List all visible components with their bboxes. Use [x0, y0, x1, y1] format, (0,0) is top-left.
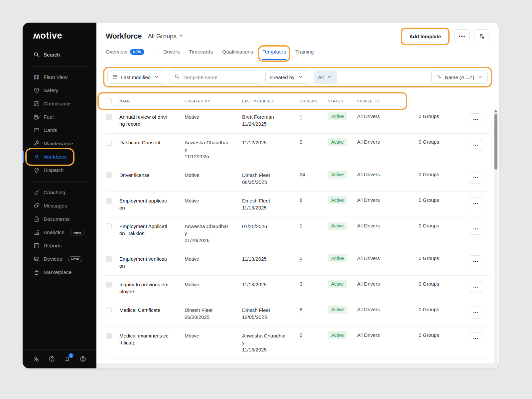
last-modified-filter[interactable]: Last modified: [107, 70, 164, 84]
vertical-scrollbar[interactable]: [494, 108, 498, 363]
row-more-options-button[interactable]: [469, 197, 482, 209]
sort-control[interactable]: Name (A→Z): [431, 70, 488, 84]
sidebar-item-documents[interactable]: Documents: [23, 212, 96, 226]
row-more-options-button[interactable]: [469, 307, 482, 319]
row-checkbox[interactable]: [106, 140, 112, 146]
sidebar-item-safety[interactable]: Safety: [23, 84, 96, 97]
group-selector-label: All Groups: [148, 33, 176, 40]
created-by-filter[interactable]: Created by: [265, 70, 308, 84]
device-icon: [33, 256, 40, 262]
sidebar-item-maintenance[interactable]: Maintenance: [23, 137, 96, 150]
user-gear-button[interactable]: [33, 355, 40, 362]
sidebar-item-workforce[interactable]: Workforce: [23, 150, 96, 164]
template-name[interactable]: Employment Application_Takkion: [119, 223, 169, 237]
row-checkbox[interactable]: [106, 307, 112, 313]
row-more-options-button[interactable]: [469, 139, 482, 151]
scroll-up-arrow[interactable]: [494, 110, 497, 112]
add-template-button[interactable]: Add template: [403, 30, 447, 43]
modified-date: 11/13/2025: [242, 255, 300, 262]
help-button[interactable]: [48, 355, 55, 362]
sidebar-item-label: Workforce: [44, 154, 67, 160]
modified-by: Anwesha Chaudhary: [242, 332, 287, 346]
drivers-count[interactable]: 1: [300, 223, 302, 229]
tab-drivers[interactable]: Drivers: [163, 49, 180, 60]
row-more-options-button[interactable]: [469, 281, 482, 293]
tab-training[interactable]: Training: [295, 49, 314, 60]
more-options-button[interactable]: [454, 29, 469, 43]
page-title: Workforce: [106, 32, 142, 41]
table-row: Annual review of driving recordMotiveBre…: [106, 108, 489, 134]
sidebar-item-search[interactable]: Search: [23, 48, 96, 62]
select-all-checkbox[interactable]: [106, 98, 112, 104]
drivers-count[interactable]: 0: [300, 139, 302, 145]
row-checkbox: [106, 114, 112, 120]
manage-users-button[interactable]: [474, 29, 489, 43]
modified-by: Dinesh Fleet: [242, 307, 287, 314]
drivers-count[interactable]: 8: [300, 197, 302, 203]
table-row: Medical examiner's certificateMotiveAnwe…: [106, 327, 489, 359]
template-name[interactable]: Annual review of driving record: [119, 113, 169, 127]
status-filter[interactable]: All: [314, 70, 337, 84]
modified-date: 11/13/2025: [242, 204, 300, 211]
filter-controls: Last modified Created by All: [107, 70, 337, 84]
sidebar-item-fleet-view[interactable]: Fleet View: [23, 70, 96, 84]
bell-button[interactable]: 1: [64, 355, 71, 362]
tab-overview[interactable]: OverviewNEW: [106, 49, 144, 60]
status-badge: Active: [328, 138, 347, 146]
sidebar-item-devices[interactable]: DevicesNEW: [23, 252, 96, 266]
template-name[interactable]: Employment application: [119, 197, 169, 211]
profile-button[interactable]: [79, 355, 86, 362]
drivers-count[interactable]: 1: [300, 113, 302, 120]
column-header-status[interactable]: STATUS: [328, 99, 357, 103]
drivers-count[interactable]: 8: [300, 307, 302, 313]
template-name[interactable]: Medical Certificate: [119, 307, 169, 314]
tab-templates[interactable]: Templates: [262, 49, 286, 60]
column-header-visible-to[interactable]: VISIBLE TO: [357, 99, 419, 103]
column-header-drivers[interactable]: DRIVERS: [300, 99, 328, 103]
created-by: Motive: [185, 113, 229, 120]
row-more-options-button[interactable]: [469, 332, 482, 344]
column-header-last-modified[interactable]: LAST MODIFIED: [242, 99, 300, 103]
column-header-created-by[interactable]: CREATED BY: [185, 99, 242, 103]
template-name[interactable]: Medical examiner's certificate: [119, 332, 169, 346]
visible-to: All Drivers: [357, 223, 419, 228]
tab-qualifications[interactable]: Qualifications: [222, 49, 253, 60]
row-more-options-button[interactable]: [469, 255, 482, 267]
status-badge: Active: [328, 171, 347, 179]
sidebar-item-marketplace[interactable]: Marketplace: [23, 266, 96, 279]
sidebar-item-compliance[interactable]: Compliance: [23, 97, 96, 110]
column-header-name[interactable]: NAME: [119, 99, 185, 103]
sidebar-item-coaching[interactable]: Coaching: [23, 186, 96, 199]
sidebar-item-cards[interactable]: Cards: [23, 124, 96, 137]
tab-timecards[interactable]: Timecards: [189, 49, 213, 60]
row-more-options-button[interactable]: [469, 113, 482, 125]
sidebar-item-dispatch[interactable]: Dispatch: [23, 164, 96, 177]
status-badge: Active: [328, 331, 347, 339]
drivers-count[interactable]: 0: [300, 332, 302, 338]
drivers-count[interactable]: 24: [300, 172, 305, 178]
template-name-search[interactable]: [170, 70, 260, 84]
template-name-input[interactable]: [183, 74, 255, 80]
sidebar-item-label: Analytics: [44, 229, 64, 235]
row-more-options-button[interactable]: [469, 172, 482, 184]
drivers-count[interactable]: 5: [300, 255, 302, 262]
horizontal-scrollbar[interactable]: [96, 363, 499, 368]
sidebar-item-reports[interactable]: Reports: [23, 239, 96, 252]
row-more-options-button[interactable]: [469, 223, 482, 235]
user-gear-icon: [33, 355, 40, 362]
sidebar-item-fuel[interactable]: Fuel: [23, 110, 96, 124]
sidebar-item-messages[interactable]: Messages: [23, 199, 96, 212]
group-selector[interactable]: All Groups: [148, 33, 184, 40]
template-name[interactable]: Driver license: [119, 172, 169, 179]
drivers-count[interactable]: 3: [300, 281, 302, 287]
page-header: Workforce All Groups Add template: [106, 29, 489, 44]
header-actions: Add template: [401, 28, 489, 45]
sidebar-item-analytics[interactable]: AnalyticsNEW: [23, 226, 96, 239]
template-name[interactable]: Employment verification: [119, 255, 169, 269]
status-filter-label: All: [318, 74, 324, 80]
ellipsis-icon: [475, 145, 476, 146]
template-name[interactable]: Dashcam Consent: [119, 139, 169, 146]
template-name[interactable]: Inquiry to previous employers: [119, 281, 169, 295]
row-checkbox[interactable]: [106, 223, 112, 229]
vertical-scrollbar-thumb[interactable]: [494, 114, 497, 170]
